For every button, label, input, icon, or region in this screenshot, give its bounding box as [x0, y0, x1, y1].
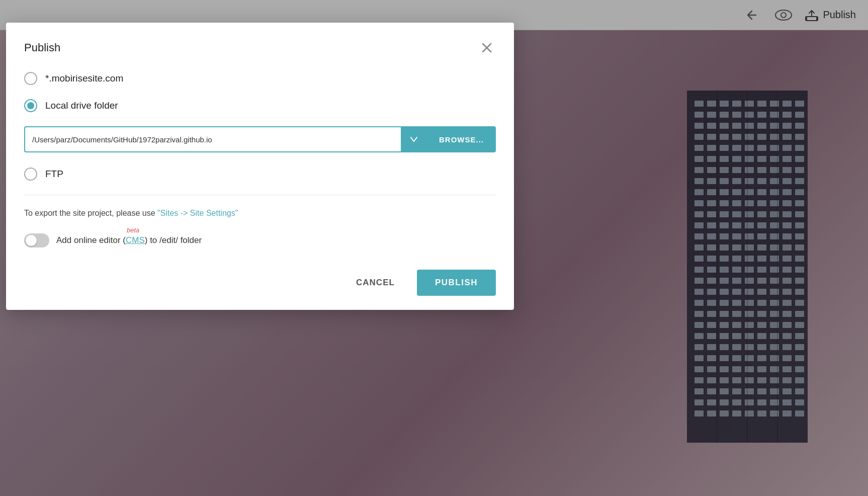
export-text: To export the site project, please use "…	[24, 207, 496, 219]
modal-title: Publish	[24, 41, 60, 54]
toggle-row: Add online editor (CMS) to /edit/ folder…	[24, 233, 496, 247]
radio-circle-ftp	[24, 168, 37, 181]
modal-backdrop: Publish *.mobirisesite.com Local drive f…	[0, 0, 868, 496]
radio-label-ftp: FTP	[45, 169, 63, 180]
cms-link[interactable]: CMS	[126, 235, 145, 245]
modal-divider	[24, 195, 496, 195]
export-text-before: To export the site project, please use	[24, 209, 157, 217]
radio-option-ftp[interactable]: FTP	[24, 168, 496, 181]
radio-circle-mobirisesite	[24, 72, 37, 85]
beta-badge: beta	[127, 226, 139, 234]
modal-footer: CANCEL PUBLISH	[24, 266, 496, 296]
toggle-label-after: ) to /edit/ folder	[145, 235, 202, 245]
cancel-button[interactable]: CANCEL	[344, 271, 407, 295]
radio-label-local: Local drive folder	[45, 100, 118, 111]
cms-toggle[interactable]	[24, 233, 49, 247]
browse-button[interactable]: BROWSE...	[427, 126, 496, 152]
radio-label-mobirisesite: *.mobirisesite.com	[45, 73, 123, 84]
radio-option-local[interactable]: Local drive folder	[24, 99, 496, 112]
publish-modal: Publish *.mobirisesite.com Local drive f…	[6, 23, 514, 310]
modal-header: Publish	[24, 39, 496, 57]
publish-button[interactable]: PUBLISH	[417, 270, 496, 296]
export-link[interactable]: "Sites -> Site Settings"	[157, 209, 238, 217]
toggle-label-before: Add online editor (	[56, 235, 126, 245]
radio-circle-local	[24, 99, 37, 112]
toggle-label: Add online editor (CMS) to /edit/ folder	[56, 235, 202, 245]
radio-option-mobirisesite[interactable]: *.mobirisesite.com	[24, 72, 496, 85]
path-row: BROWSE...	[24, 126, 496, 152]
modal-close-button[interactable]	[478, 39, 496, 57]
path-dropdown-button[interactable]	[401, 126, 427, 152]
path-input[interactable]	[24, 126, 401, 152]
